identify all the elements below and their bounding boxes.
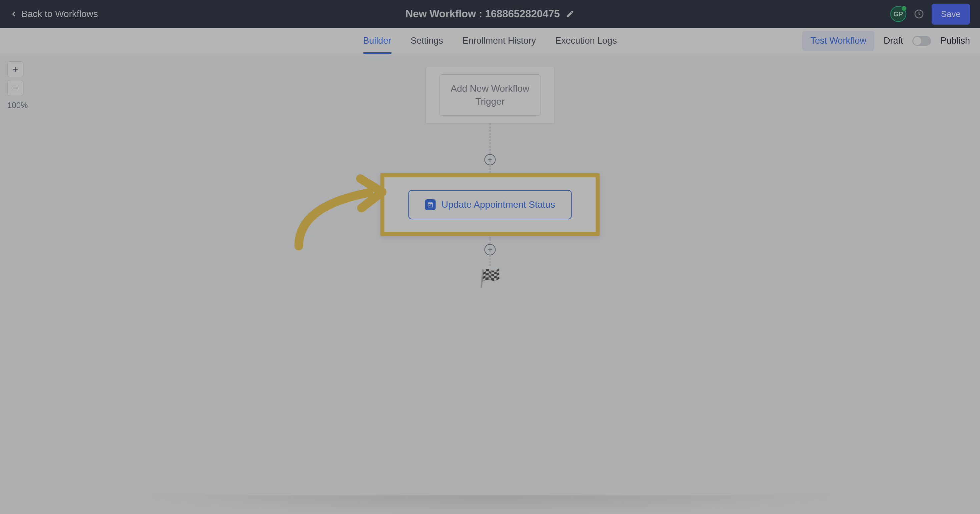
trigger-wrapper: Add New Workflow Trigger xyxy=(426,67,555,123)
back-label: Back to Workflows xyxy=(21,9,98,19)
publish-label: Publish xyxy=(940,36,970,46)
publish-toggle[interactable] xyxy=(912,36,931,46)
action-label: Update Appointment Status xyxy=(441,199,555,210)
history-icon[interactable] xyxy=(914,9,924,19)
tab-builder[interactable]: Builder xyxy=(363,28,391,54)
chevron-left-icon xyxy=(10,10,18,17)
save-button[interactable]: Save xyxy=(932,4,970,25)
zoom-level: 100% xyxy=(7,101,28,110)
back-to-workflows-link[interactable]: Back to Workflows xyxy=(10,9,98,19)
tab-enrollment-history[interactable]: Enrollment History xyxy=(463,28,536,54)
highlighted-action-wrapper: Update Appointment Status xyxy=(380,173,600,236)
edit-icon[interactable] xyxy=(566,10,574,18)
tab-right-controls: Test Workflow Draft Publish xyxy=(802,31,980,51)
add-trigger-button[interactable]: Add New Workflow Trigger xyxy=(439,75,541,116)
add-step-button-bottom[interactable]: + xyxy=(485,244,496,255)
workflow-title: New Workflow : 1688652820475 xyxy=(406,8,560,20)
zoom-controls: + − 100% xyxy=(7,61,28,110)
zoom-out-button[interactable]: − xyxy=(7,80,23,96)
add-step-button-top[interactable]: + xyxy=(485,154,496,165)
bottom-shadow xyxy=(134,495,847,514)
header-center: New Workflow : 1688652820475 xyxy=(406,8,574,20)
workflow-flow: Add New Workflow Trigger + Update Appoin… xyxy=(380,67,600,288)
connector-line xyxy=(490,165,490,173)
calendar-check-icon xyxy=(425,199,436,210)
end-flag-icon: 🏁 xyxy=(477,268,503,288)
connector-line xyxy=(490,255,490,266)
tab-execution-logs[interactable]: Execution Logs xyxy=(555,28,617,54)
draft-label: Draft xyxy=(884,36,903,46)
zoom-in-button[interactable]: + xyxy=(7,61,23,77)
workflow-canvas[interactable]: + − 100% Add New Workflow Trigger + Upda… xyxy=(0,54,980,514)
header-right: GP Save xyxy=(890,4,970,25)
connector-line xyxy=(490,237,490,244)
update-appointment-status-card[interactable]: Update Appointment Status xyxy=(408,190,572,219)
tab-settings[interactable]: Settings xyxy=(410,28,443,54)
test-workflow-button[interactable]: Test Workflow xyxy=(802,31,874,51)
annotation-arrow xyxy=(289,173,392,253)
tabs: Builder Settings Enrollment History Exec… xyxy=(363,28,617,54)
top-header: Back to Workflows New Workflow : 1688652… xyxy=(0,0,980,28)
tab-bar: Builder Settings Enrollment History Exec… xyxy=(0,28,980,54)
avatar-initials: GP xyxy=(893,10,903,18)
avatar[interactable]: GP xyxy=(890,6,906,22)
connector-line xyxy=(490,123,490,154)
